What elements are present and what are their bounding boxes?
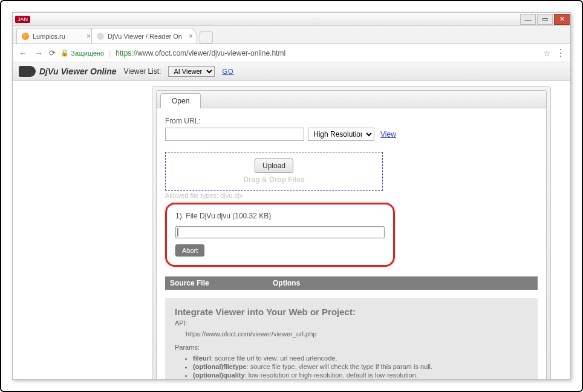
list-item: fileurl: source file url to view. url ne… (193, 354, 528, 362)
browser-tab-lumpics[interactable]: Lumpics.ru × (16, 28, 95, 44)
secure-indicator[interactable]: 🔒 Защищено (60, 49, 104, 57)
site-title: DjVu Viewer Online (39, 67, 117, 76)
favicon-icon (97, 33, 104, 40)
lock-icon: 🔒 (60, 49, 69, 57)
browser-menu-button[interactable]: ⋮ (556, 47, 565, 59)
address-bar: ← → ⟳ 🔒 Защищено | https://www.ofoct.com… (13, 44, 570, 62)
from-url-input[interactable] (165, 128, 304, 141)
viewer-list-select[interactable]: AI Viewer (168, 66, 215, 77)
view-link[interactable]: View (380, 130, 396, 139)
dnd-hint-text: Drag & Drop Files (172, 175, 376, 184)
integrate-heading: Integrate Viewer into Your Web or Projec… (175, 307, 528, 317)
tab-open[interactable]: Open (160, 93, 201, 108)
viewer-list-label: Viewer List: (124, 67, 161, 76)
page-content: DjVu Viewer Online Viewer List: AI Viewe… (13, 62, 570, 379)
window-minimize-button[interactable]: — (520, 14, 536, 25)
window-titlebar: JAN — ▭ ✕ (13, 13, 570, 26)
logo-icon (19, 66, 36, 77)
favicon-icon (22, 33, 29, 40)
integrate-section: Integrate Viewer into Your Web or Projec… (165, 298, 538, 379)
params-label: Params: (175, 344, 528, 351)
url-host: www.ofoct.com (137, 49, 186, 57)
upload-progress-section: 1). File DjVu.djvu (100.32 KB) Abort (165, 203, 395, 267)
window-close-button[interactable]: ✕ (554, 14, 570, 25)
bookmark-star-icon[interactable]: ☆ (543, 48, 551, 58)
url-path: /viewer/djvu-viewer-online.html (186, 49, 285, 57)
params-list: fileurl: source file url to view. url ne… (193, 354, 528, 379)
main-panel: Open From URL: High Resolution View (152, 86, 551, 379)
go-link[interactable]: GO (222, 68, 233, 75)
reload-button[interactable]: ⟳ (49, 48, 56, 57)
new-tab-button[interactable] (200, 31, 213, 44)
allowed-types-label: Allowed file types: djvu,djv (165, 192, 538, 199)
site-logo[interactable]: DjVu Viewer Online (19, 66, 117, 77)
tab-title: DjVu Viewer / Reader On (108, 33, 182, 40)
from-url-label: From URL: (165, 117, 538, 125)
list-item: (optional)filetype: source file type, vi… (193, 363, 528, 370)
tab-title: Lumpics.ru (33, 33, 65, 40)
window-maximize-button[interactable]: ▭ (537, 14, 553, 25)
browser-tab-strip: Lumpics.ru × DjVu Viewer / Reader On × (13, 26, 570, 44)
result-table-header: Source File Options (165, 276, 538, 290)
url-scheme: https:// (116, 49, 137, 57)
panel-tabs: Open (157, 91, 546, 108)
secure-label: Защищено (71, 50, 104, 57)
uploaded-file-label: 1). File DjVu.djvu (100.32 KB) (175, 212, 385, 220)
api-label: API: (175, 319, 528, 327)
col-options: Options (268, 276, 538, 290)
nav-forward-button[interactable]: → (33, 48, 44, 58)
resolution-select[interactable]: High Resolution (308, 128, 374, 141)
nav-back-button[interactable]: ← (18, 48, 28, 58)
upload-button[interactable]: Upload (255, 158, 293, 173)
extension-badge[interactable]: JAN (15, 16, 30, 23)
list-item: (optional)quality: low-resolution or hig… (193, 371, 528, 379)
site-header: DjVu Viewer Online Viewer List: AI Viewe… (13, 62, 570, 81)
upload-progress-bar (175, 226, 385, 238)
col-source-file: Source File (165, 276, 268, 290)
close-icon[interactable]: × (86, 32, 91, 41)
upload-dropzone[interactable]: Upload Drag & Drop Files (165, 152, 383, 191)
progress-fill (177, 228, 178, 237)
close-icon[interactable]: × (189, 32, 193, 41)
url-display[interactable]: https://www.ofoct.com/viewer/djvu-viewer… (116, 49, 538, 57)
api-url: https://www.ofoct.com/viewer/viewer_url.… (186, 330, 528, 338)
abort-button[interactable]: Abort (175, 244, 204, 256)
browser-tab-djvu[interactable]: DjVu Viewer / Reader On × (91, 28, 197, 44)
